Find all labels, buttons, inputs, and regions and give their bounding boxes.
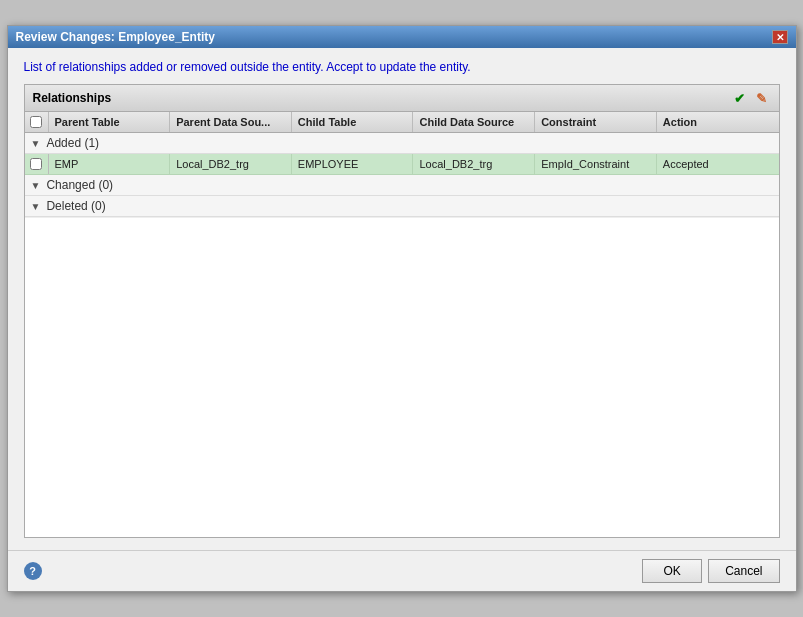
panel-header: Relationships ✔ ✎ xyxy=(25,85,779,112)
col-parent-table: Parent Table xyxy=(49,112,171,132)
table-row: EMP Local_DB2_trg EMPLOYEE Local_DB2_trg… xyxy=(25,154,779,175)
dialog-footer: ? OK Cancel xyxy=(8,550,796,591)
dialog-title: Review Changes: Employee_Entity xyxy=(16,30,215,44)
expand-deleted-icon[interactable]: ▼ xyxy=(31,201,41,212)
footer-buttons: OK Cancel xyxy=(642,559,779,583)
cell-action: Accepted xyxy=(657,154,779,174)
cell-parent-datasource: Local_DB2_trg xyxy=(170,154,292,174)
section-added: ▼ Added (1) xyxy=(25,133,779,154)
title-bar: Review Changes: Employee_Entity ✕ xyxy=(8,26,796,48)
help-icon: ? xyxy=(29,565,36,577)
cell-child-datasource: Local_DB2_trg xyxy=(413,154,535,174)
header-checkbox-cell xyxy=(25,112,49,132)
section-added-label: Added (1) xyxy=(46,136,99,150)
description-highlight: outside the entity xyxy=(230,60,320,74)
cell-child-table: EMPLOYEE xyxy=(292,154,414,174)
section-deleted: ▼ Deleted (0) xyxy=(25,196,779,217)
expand-added-icon[interactable]: ▼ xyxy=(31,138,41,149)
table-header: Parent Table Parent Data Sou... Child Ta… xyxy=(25,112,779,133)
description-text-after: . Accept to update the entity. xyxy=(320,60,471,74)
col-child-datasource: Child Data Source xyxy=(413,112,535,132)
cell-constraint: EmpId_Constraint xyxy=(535,154,657,174)
section-changed-label: Changed (0) xyxy=(46,178,113,192)
dialog: Review Changes: Employee_Entity ✕ List o… xyxy=(7,25,797,592)
col-action: Action xyxy=(657,112,779,132)
description-text-before: List of relationships added or removed xyxy=(24,60,231,74)
close-button[interactable]: ✕ xyxy=(772,30,788,44)
col-child-table: Child Table xyxy=(292,112,414,132)
help-button[interactable]: ? xyxy=(24,562,42,580)
close-icon: ✕ xyxy=(776,32,784,43)
edit-icon[interactable]: ✎ xyxy=(753,89,771,107)
row-checkbox-cell xyxy=(25,154,49,174)
cell-parent-table: EMP xyxy=(49,154,171,174)
col-constraint: Constraint xyxy=(535,112,657,132)
panel-header-icons: ✔ ✎ xyxy=(731,89,771,107)
empty-area xyxy=(25,217,779,537)
accept-icon[interactable]: ✔ xyxy=(731,89,749,107)
cancel-button[interactable]: Cancel xyxy=(708,559,779,583)
panel-title: Relationships xyxy=(33,91,112,105)
select-all-checkbox[interactable] xyxy=(30,116,42,128)
expand-changed-icon[interactable]: ▼ xyxy=(31,180,41,191)
col-parent-datasource: Parent Data Sou... xyxy=(170,112,292,132)
row-checkbox[interactable] xyxy=(30,158,42,170)
description: List of relationships added or removed o… xyxy=(24,60,780,74)
dialog-body: List of relationships added or removed o… xyxy=(8,48,796,550)
ok-button[interactable]: OK xyxy=(642,559,702,583)
section-deleted-label: Deleted (0) xyxy=(46,199,105,213)
relationships-panel: Relationships ✔ ✎ Parent Table Parent Da… xyxy=(24,84,780,538)
section-changed: ▼ Changed (0) xyxy=(25,175,779,196)
